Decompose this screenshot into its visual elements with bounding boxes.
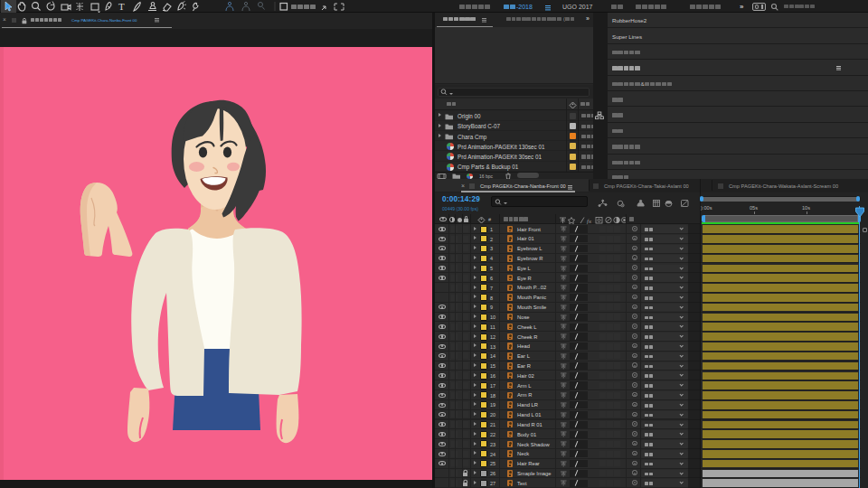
svg-text:fx: fx: [587, 218, 592, 224]
svg-text:T: T: [118, 1, 125, 12]
